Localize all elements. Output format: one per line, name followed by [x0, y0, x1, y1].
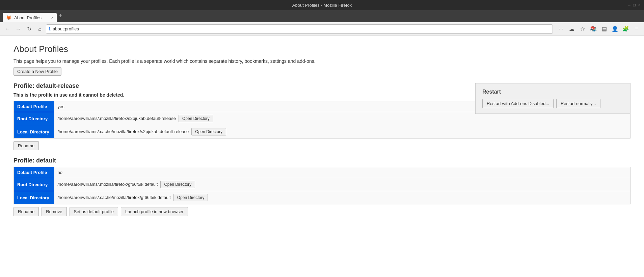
maximize-btn[interactable]: □ [633, 3, 636, 7]
table-row: Local Directory/home/aaronwilliams/.cach… [14, 125, 630, 138]
create-profile-button[interactable]: Create a New Profile [14, 67, 61, 76]
action-btn-0-0[interactable]: Rename [14, 141, 39, 150]
restart-addons-disabled-btn[interactable]: Restart with Add-ons Disabled... [482, 99, 554, 108]
field-value-1-0: no [54, 167, 630, 178]
back-button[interactable]: ← [3, 24, 12, 34]
reload-button[interactable]: ↻ [24, 24, 34, 34]
close-btn[interactable]: × [638, 3, 641, 7]
action-btn-1-0[interactable]: Rename [14, 207, 39, 216]
page-title: About Profiles [14, 44, 630, 54]
profile-actions-0: Rename [14, 141, 630, 150]
profile-actions-1: RenameRemoveSet as default profileLaunch… [14, 207, 630, 216]
open-directory-btn-1-2[interactable]: Open Directory [173, 194, 208, 201]
sidebar-button[interactable]: ▤ [599, 24, 609, 34]
field-value-0-1: /home/aaronwilliams/.mozilla/firefox/s2p… [54, 112, 630, 125]
window-title: About Profiles - Mozilla Firefox [292, 3, 352, 8]
restart-buttons: Restart with Add-ons Disabled... Restart… [482, 99, 623, 108]
page-content: About Profiles This page helps you to ma… [0, 36, 644, 277]
window-controls[interactable]: – □ × [628, 3, 641, 7]
active-tab[interactable]: 🦊 About Profiles × [3, 13, 57, 22]
field-label-1-2: Local Directory [14, 191, 54, 204]
tab-label: About Profiles [14, 15, 42, 20]
field-value-1-1: /home/aaronwilliams/.mozilla/firefox/gf6… [54, 178, 630, 191]
table-row: Local Directory/home/aaronwilliams/.cach… [14, 191, 630, 204]
tabbar: 🦊 About Profiles × + [0, 10, 644, 22]
profile-table-1: Default ProfilenoRoot Directory/home/aar… [14, 167, 630, 204]
table-row: Root Directory/home/aaronwilliams/.mozil… [14, 112, 630, 125]
account-button[interactable]: 👤 [610, 24, 620, 34]
firefox-icon: 🦊 [6, 15, 11, 20]
page-description: This page helps you to manage your profi… [14, 58, 630, 64]
table-row: Default Profileno [14, 167, 630, 178]
table-row: Root Directory/home/aaronwilliams/.mozil… [14, 178, 630, 191]
library-button[interactable]: 📚 [589, 24, 598, 34]
star-button[interactable]: ☆ [578, 24, 587, 34]
browser-toolbar: ← → ↻ ⌂ ℹ ··· ☁ ☆ 📚 ▤ 👤 🧩 ≡ [0, 22, 644, 36]
field-label-1-1: Root Directory [14, 178, 54, 191]
field-value-0-2: /home/aaronwilliams/.cache/mozilla/firef… [54, 125, 630, 138]
pocket-button[interactable]: ☁ [567, 24, 576, 34]
info-icon: ℹ [49, 26, 51, 31]
home-button[interactable]: ⌂ [35, 24, 45, 34]
field-label-0-0: Default Profile [14, 101, 54, 112]
more-button[interactable]: ··· [556, 24, 566, 34]
field-value-1-2: /home/aaronwilliams/.cache/mozilla/firef… [54, 191, 630, 204]
open-directory-btn-1-1[interactable]: Open Directory [160, 181, 195, 188]
minimize-btn[interactable]: – [628, 3, 630, 7]
tab-close-btn[interactable]: × [51, 16, 53, 20]
field-label-1-0: Default Profile [14, 167, 54, 178]
address-bar-wrapper: ℹ [46, 24, 553, 34]
main-wrapper: About Profiles This page helps you to ma… [0, 36, 644, 277]
forward-button[interactable]: → [14, 24, 23, 34]
restart-title: Restart [482, 89, 623, 95]
new-tab-button[interactable]: + [59, 12, 62, 20]
field-label-0-1: Root Directory [14, 112, 54, 125]
open-directory-btn-0-1[interactable]: Open Directory [179, 115, 213, 122]
field-label-0-2: Local Directory [14, 125, 54, 138]
extensions-button[interactable]: 🧩 [621, 24, 630, 34]
address-bar[interactable] [53, 26, 550, 31]
action-btn-1-2[interactable]: Set as default profile [70, 207, 118, 216]
toolbar-right: ··· ☁ ☆ 📚 ▤ 👤 🧩 ≡ [556, 24, 641, 34]
open-directory-btn-0-2[interactable]: Open Directory [191, 128, 226, 135]
action-btn-1-1[interactable]: Remove [42, 207, 66, 216]
restart-normally-btn[interactable]: Restart normally... [556, 99, 600, 108]
menu-button[interactable]: ≡ [632, 24, 641, 34]
action-btn-1-3[interactable]: Launch profile in new browser [121, 207, 188, 216]
profile-title-1: Profile: default [14, 157, 630, 164]
restart-box: Restart Restart with Add-ons Disabled...… [475, 83, 630, 114]
titlebar: About Profiles - Mozilla Firefox – □ × [0, 0, 644, 10]
profile-section-1: Profile: defaultDefault ProfilenoRoot Di… [14, 157, 630, 216]
